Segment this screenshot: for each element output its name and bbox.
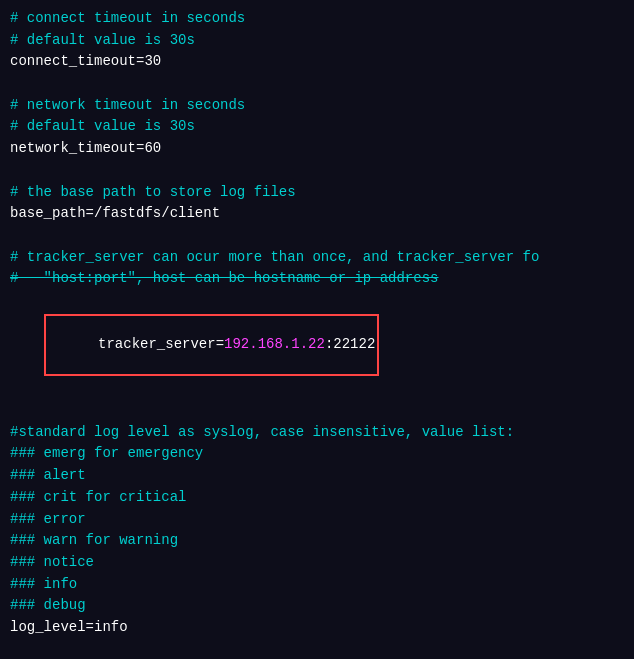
line-25: log_level=info bbox=[10, 617, 624, 639]
line-23: ### info bbox=[10, 574, 624, 596]
line-3: connect_timeout=30 bbox=[10, 51, 624, 73]
line-19: ### crit for critical bbox=[10, 487, 624, 509]
line-11 bbox=[10, 225, 624, 247]
line-8 bbox=[10, 160, 624, 182]
line-2: # default value is 30s bbox=[10, 30, 624, 52]
line-24: ### debug bbox=[10, 595, 624, 617]
tracker-server-line: tracker_server=192.168.1.22:22122 bbox=[44, 314, 380, 377]
line-20: ### error bbox=[10, 509, 624, 531]
line-6: # default value is 30s bbox=[10, 116, 624, 138]
line-18: ### alert bbox=[10, 465, 624, 487]
line-1: # connect timeout in seconds bbox=[10, 8, 624, 30]
tracker-port: :22122 bbox=[325, 336, 375, 352]
line-26 bbox=[10, 639, 624, 659]
line-16: #standard log level as syslog, case inse… bbox=[10, 422, 624, 444]
code-editor: # connect timeout in seconds # default v… bbox=[0, 0, 634, 659]
line-14-highlight: tracker_server=192.168.1.22:22122 bbox=[10, 292, 624, 398]
line-4 bbox=[10, 73, 624, 95]
tracker-ip: 192.168.1.22 bbox=[224, 336, 325, 352]
line-21: ### warn for warning bbox=[10, 530, 624, 552]
line-5: # network timeout in seconds bbox=[10, 95, 624, 117]
line-13: # "host:port", host can be hostname or i… bbox=[10, 268, 624, 290]
line-17: ### emerg for emergency bbox=[10, 443, 624, 465]
line-10: base_path=/fastdfs/client bbox=[10, 203, 624, 225]
line-12: # tracker_server can ocur more than once… bbox=[10, 247, 624, 269]
line-7: network_timeout=60 bbox=[10, 138, 624, 160]
line-15 bbox=[10, 400, 624, 422]
tracker-key: tracker_server= bbox=[98, 336, 224, 352]
line-9: # the base path to store log files bbox=[10, 182, 624, 204]
line-22: ### notice bbox=[10, 552, 624, 574]
